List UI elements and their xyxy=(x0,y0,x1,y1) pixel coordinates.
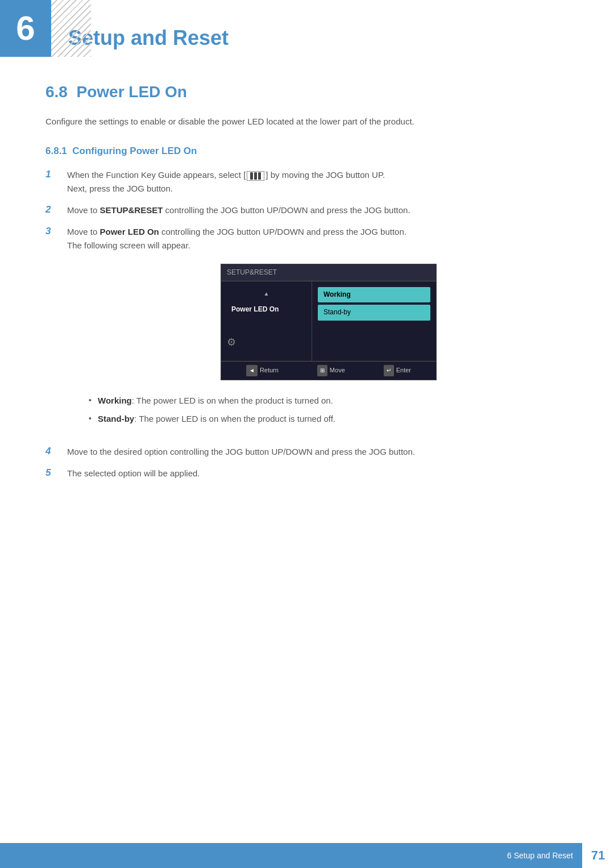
option-working: Working xyxy=(318,287,430,302)
screen-mockup-wrapper: SETUP&RESET ▲ Power LED On ⚙ Working Sta… xyxy=(89,264,569,380)
working-desc: : The power LED is on when the product i… xyxy=(132,396,333,405)
step-2-number: 2 xyxy=(45,203,58,215)
header: 6 Setup and Reset xyxy=(0,0,614,60)
standby-desc: : The power LED is on when the product i… xyxy=(134,414,335,423)
step-2: 2 Move to SETUP&RESET controlling the JO… xyxy=(45,203,569,217)
step-1-number: 1 xyxy=(45,168,58,180)
screen-bottom-bar: ◄ Return ⊞ Move ↵ Enter xyxy=(221,361,436,380)
screen-btn-move: ⊞ Move xyxy=(317,365,345,376)
step-1: 1 When the Function Key Guide appears, s… xyxy=(45,168,569,196)
step-3-bold: Power LED On xyxy=(100,227,159,236)
gear-icon: ⚙ xyxy=(227,334,236,351)
subsection-title: Configuring Power LED On xyxy=(72,146,197,156)
step-4-content: Move to the desired option controlling t… xyxy=(67,445,569,459)
chapter-number: 6 xyxy=(16,11,35,45)
step-5-number: 5 xyxy=(45,467,58,479)
return-label: Return xyxy=(260,366,279,376)
standby-term: Stand-by xyxy=(98,414,134,423)
move-icon: ⊞ xyxy=(317,365,327,376)
step-5-content: The selected option will be applied. xyxy=(67,467,569,480)
working-term: Working xyxy=(98,396,132,405)
chapter-title: Setup and Reset xyxy=(68,10,580,50)
footer-text: 6 Setup and Reset xyxy=(507,851,573,860)
bullet-working: Working: The power LED is on when the pr… xyxy=(89,394,569,408)
move-label: Move xyxy=(330,366,345,376)
step-3-content: Move to Power LED On controlling the JOG… xyxy=(67,225,569,437)
step-2-content: Move to SETUP&RESET controlling the JOG … xyxy=(67,203,569,217)
main-content: 6.8 Power LED On Configure the settings … xyxy=(0,83,614,534)
screen-mockup: SETUP&RESET ▲ Power LED On ⚙ Working Sta… xyxy=(221,264,437,380)
step-3: 3 Move to Power LED On controlling the J… xyxy=(45,225,569,437)
step-4: 4 Move to the desired option controlling… xyxy=(45,445,569,459)
jog-icon xyxy=(247,171,264,181)
subsection-heading: 6.8.1 Configuring Power LED On xyxy=(45,146,569,157)
step-4-number: 4 xyxy=(45,445,58,457)
section-number: 6.8 xyxy=(45,83,68,101)
footer-page-number: 71 xyxy=(582,843,614,868)
screen-arrow-up: ▲ xyxy=(227,289,306,298)
section-title: Power LED On xyxy=(77,83,187,101)
option-standby: Stand-by xyxy=(318,305,430,320)
screen-right-panel: Working Stand-by xyxy=(312,281,436,361)
subsection-number: 6.8.1 xyxy=(45,146,67,156)
bullet-list: Working: The power LED is on when the pr… xyxy=(89,394,569,426)
screen-menu-item: Power LED On xyxy=(227,302,306,317)
steps-list: 1 When the Function Key Guide appears, s… xyxy=(45,168,569,480)
bullet-standby: Stand-by: The power LED is on when the p… xyxy=(89,412,569,426)
screen-title-bar: SETUP&RESET xyxy=(221,264,436,281)
enter-icon: ↵ xyxy=(384,365,394,376)
section-heading: 6.8 Power LED On xyxy=(45,83,569,101)
step-3-number: 3 xyxy=(45,225,58,237)
return-icon: ◄ xyxy=(246,365,258,376)
screen-left-panel: ▲ Power LED On ⚙ xyxy=(221,281,312,361)
page-footer: 6 Setup and Reset 71 xyxy=(0,843,614,868)
section-description: Configure the settings to enable or disa… xyxy=(45,115,569,128)
screen-body: ▲ Power LED On ⚙ Working Stand-by xyxy=(221,281,436,361)
screen-btn-return: ◄ Return xyxy=(246,365,279,376)
chapter-number-box: 6 xyxy=(0,0,51,57)
screen-btn-enter: ↵ Enter xyxy=(384,365,411,376)
enter-label: Enter xyxy=(396,366,411,376)
step-1-content: When the Function Key Guide appears, sel… xyxy=(67,168,569,196)
step-5: 5 The selected option will be applied. xyxy=(45,467,569,480)
step-2-bold: SETUP&RESET xyxy=(100,205,163,215)
